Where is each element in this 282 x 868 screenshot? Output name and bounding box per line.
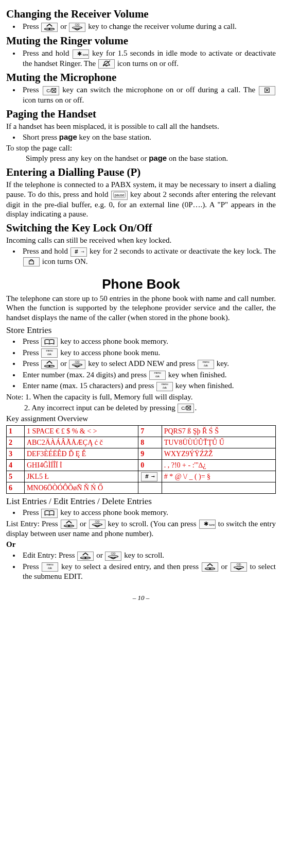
text: Incoming calls can still be received whe… bbox=[6, 236, 276, 245]
key-chars: JKL5 Ł bbox=[24, 471, 138, 482]
down-key-icon bbox=[231, 562, 247, 572]
list-item: Press or key to select ADD NEW and press… bbox=[21, 359, 276, 369]
menu-ok-key-icon bbox=[149, 371, 166, 380]
up-key-icon bbox=[41, 360, 58, 369]
key-number: 2 bbox=[7, 437, 25, 448]
text: Key assignment Overview bbox=[6, 414, 276, 424]
key-number: 8 bbox=[138, 437, 162, 448]
text: key to access phone book menu. bbox=[58, 348, 160, 357]
list-item: Press and hold key for 1.5 seconds in id… bbox=[21, 48, 276, 69]
menu-ok-key-icon bbox=[156, 382, 173, 391]
c-cancel-key-icon bbox=[43, 86, 59, 95]
text: Press bbox=[23, 86, 42, 94]
subheading-list-edit-delete: List Entries / Edit Entries / Delete Ent… bbox=[6, 496, 276, 507]
up-key-icon bbox=[41, 23, 58, 32]
list-item: Press and hold key for 2 seconds to acti… bbox=[21, 246, 276, 266]
mute-icon bbox=[259, 86, 275, 95]
text: Press bbox=[23, 508, 41, 516]
note-text: 2. Any incorrect input can be deleted by… bbox=[24, 403, 276, 413]
ringer-off-icon bbox=[98, 59, 115, 69]
down-key-icon bbox=[105, 552, 121, 561]
text: Simply press any key on the handset or bbox=[26, 154, 149, 162]
key-number bbox=[138, 482, 162, 494]
text: key to scroll. bbox=[122, 551, 164, 559]
heading-paging: Paging the Handset bbox=[6, 107, 276, 121]
text: Simply press any key on the handset or p… bbox=[6, 154, 276, 163]
text: Short press bbox=[23, 133, 59, 141]
heading-dial-pause: Entering a Dialling Pause (P) bbox=[6, 165, 276, 179]
list-item: Press or key to change the receiver volu… bbox=[21, 22, 276, 32]
key-assignment-table: 11 SPACE € £ $ % & < >7PQRS7 ß Şþ Ř Ś Š2… bbox=[6, 425, 276, 494]
page-key-label: page bbox=[149, 154, 167, 162]
key-number: 4 bbox=[7, 460, 25, 471]
down-key-icon bbox=[89, 520, 105, 529]
up-key-icon bbox=[61, 520, 77, 529]
text: To stop the page call: bbox=[6, 143, 276, 153]
key-chars: 1 SPACE € £ $ % & < > bbox=[24, 426, 138, 437]
key-number: 5 bbox=[7, 471, 25, 482]
text: . bbox=[195, 404, 197, 412]
text: key on the base station. bbox=[77, 133, 151, 141]
text: Press bbox=[23, 337, 41, 345]
star-tone-key-icon bbox=[199, 520, 216, 529]
text: Edit Entry: Press bbox=[23, 551, 77, 559]
menu-ok-key-icon bbox=[42, 562, 58, 572]
key-chars: DEF3ÈÉËÊÐ Ď Ę Ě bbox=[24, 448, 138, 460]
list-item: Enter name (max. 15 characters) and pres… bbox=[21, 381, 276, 391]
text: icon turns ON. bbox=[40, 257, 88, 265]
chapter-title: Phone Book bbox=[6, 276, 276, 293]
key-chars bbox=[162, 482, 275, 494]
text: key to access phone book memory. bbox=[58, 508, 168, 516]
key-chars: GHI4ĞÌÍÎÏ İ bbox=[24, 460, 138, 471]
text: key. bbox=[215, 359, 229, 368]
text: key when finished. bbox=[173, 381, 234, 390]
page-key-label: page bbox=[59, 132, 77, 141]
subheading-store-entries: Store Entries bbox=[6, 325, 276, 336]
list-item: Enter number (max. 24 digits) and press … bbox=[21, 370, 276, 380]
down-key-icon bbox=[69, 23, 85, 32]
text: Press bbox=[23, 562, 41, 571]
key-chars: PQRS7 ß Şþ Ř Ś Š bbox=[162, 426, 275, 437]
key-chars: WXYZ9ÝŸŹŻŽ bbox=[162, 448, 275, 460]
key-chars: ABC2ÄÀÁÂÃÅÆÇĄ ć č bbox=[24, 437, 138, 448]
key-number: 6 bbox=[7, 482, 25, 494]
text: List Entry: Press or key to scroll. (You… bbox=[6, 519, 276, 539]
text: If the telephone is connected to a PABX … bbox=[6, 180, 276, 219]
table-row: 6MNO6ÖÒÓÔÕøÑ Ň Ń Ő bbox=[7, 482, 276, 494]
key-number bbox=[138, 471, 162, 482]
up-key-icon bbox=[202, 562, 218, 572]
list-item: Press key to access phone book memory. bbox=[21, 337, 276, 347]
heading-receiver-volume: Changing the Receiver Volume bbox=[6, 7, 276, 21]
table-row: 4GHI4ĞÌÍÎÏ İ0. , ?!0 + - :'"∆¿ bbox=[7, 460, 276, 471]
text: or bbox=[58, 22, 68, 30]
text: key can switch the microphone on or off … bbox=[60, 86, 259, 94]
text: Press and hold bbox=[23, 49, 72, 57]
up-key-icon bbox=[77, 552, 94, 561]
phonebook-key-icon bbox=[41, 338, 58, 347]
hash-key-icon bbox=[141, 472, 157, 481]
text: key for 2 seconds to activate or deactiv… bbox=[87, 247, 276, 255]
text: key to select ADD NEW and press bbox=[86, 359, 197, 368]
page-number: – 10 – bbox=[6, 594, 276, 602]
table-row: 3DEF3ÈÉËÊÐ Ď Ę Ě9WXYZ9ÝŸŹŻŽ bbox=[7, 448, 276, 460]
list-item: Press key to access phone book memory. bbox=[21, 508, 276, 518]
text: Press bbox=[23, 359, 41, 368]
key-number: 1 bbox=[7, 426, 25, 437]
text: key to access phone book memory. bbox=[58, 337, 168, 345]
pause-key-icon bbox=[111, 191, 128, 200]
c-cancel-key-icon bbox=[178, 404, 194, 413]
table-row: 5JKL5 Ł# * @ \/ _ ( )= § bbox=[7, 471, 276, 482]
key-chars: # * @ \/ _ ( )= § bbox=[162, 471, 275, 482]
text: If a handset has been misplaced, it is p… bbox=[6, 122, 276, 131]
text: Press and hold bbox=[23, 247, 70, 255]
text: or bbox=[94, 551, 104, 559]
heading-ringer-volume: Muting the Ringer volume bbox=[6, 34, 276, 47]
menu-ok-key-icon bbox=[41, 348, 58, 358]
star-tone-key-icon bbox=[73, 49, 89, 59]
key-number: 7 bbox=[138, 426, 162, 437]
text: Press bbox=[23, 22, 41, 30]
text: key to change the receiver volume during… bbox=[86, 22, 236, 30]
lock-icon bbox=[23, 257, 40, 266]
text: on the base station. bbox=[167, 154, 228, 162]
down-key-icon bbox=[69, 360, 85, 369]
